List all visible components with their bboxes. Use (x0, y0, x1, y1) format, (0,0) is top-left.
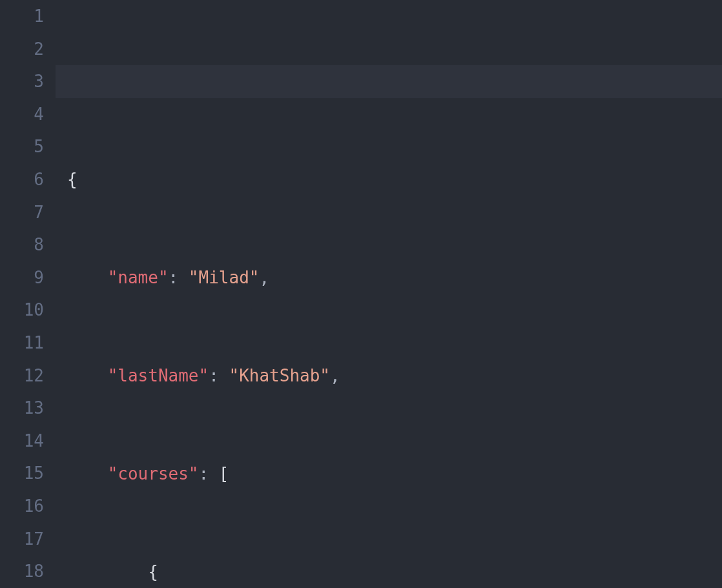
json-key: "courses" (108, 464, 199, 483)
line-number: 8 (6, 228, 44, 261)
json-key: "lastName" (108, 366, 209, 385)
line-number: 17 (6, 523, 44, 556)
json-string: "KhatShab" (229, 366, 330, 385)
line-number: 9 (6, 261, 44, 294)
line-number: 7 (6, 196, 44, 229)
code-area[interactable]: { "name": "Milad", "lastName": "KhatShab… (56, 0, 722, 588)
line-number: 15 (6, 457, 44, 490)
line-number: 4 (6, 98, 44, 131)
line-number: 18 (6, 555, 44, 588)
code-line[interactable]: { (56, 556, 722, 588)
line-number: 6 (6, 163, 44, 196)
line-number: 13 (6, 392, 44, 425)
code-line[interactable] (56, 65, 722, 98)
code-line[interactable]: "lastName": "KhatShab", (56, 360, 722, 392)
json-string: "Milad" (189, 268, 260, 287)
code-line[interactable]: "name": "Milad", (56, 261, 722, 294)
colon: : (209, 366, 219, 385)
line-number-gutter: 1 2 3 4 5 6 7 8 9 10 11 12 13 14 15 16 1… (0, 0, 56, 588)
colon: : (199, 464, 209, 483)
line-number: 16 (6, 490, 44, 523)
brace-open: { (148, 562, 158, 582)
json-key: "name" (108, 268, 169, 287)
line-number: 2 (6, 33, 44, 66)
line-number: 5 (6, 130, 44, 163)
line-number: 11 (6, 327, 44, 360)
line-number: 3 (6, 65, 44, 98)
line-number: 10 (6, 294, 44, 327)
comma: , (259, 268, 269, 287)
code-line[interactable]: "courses": [ (56, 458, 722, 491)
brace-open: { (67, 170, 77, 189)
bracket-open: [ (219, 464, 229, 483)
colon: : (169, 268, 179, 287)
line-number: 12 (6, 360, 44, 392)
line-number: 1 (6, 0, 44, 33)
code-line[interactable]: { (56, 163, 722, 196)
line-number: 14 (6, 425, 44, 458)
comma: , (330, 366, 340, 385)
code-editor[interactable]: 1 2 3 4 5 6 7 8 9 10 11 12 13 14 15 16 1… (0, 0, 722, 588)
